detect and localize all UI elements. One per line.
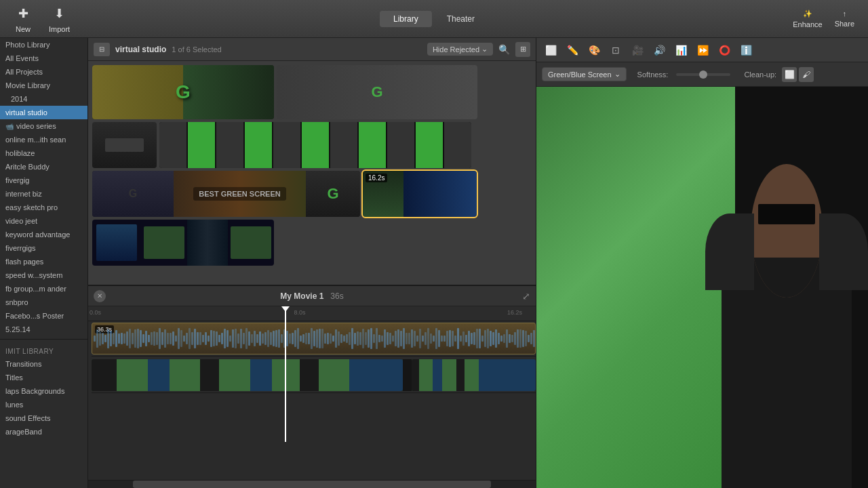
clip-thumb-1[interactable]: G [92, 65, 274, 119]
sidebar-item-easy-sketch[interactable]: easy sketch pro [0, 201, 87, 214]
browser-bar: ⊟ virtual studio 1 of 6 Selected Hide Re… [88, 38, 536, 61]
sidebar-item-transitions[interactable]: Transitions [0, 357, 87, 371]
ruler-mark-mid: 8.0s [294, 309, 306, 316]
timeline-expand-button[interactable]: ⤢ [522, 291, 530, 302]
person-glasses [758, 204, 815, 224]
sidebar-item-virtual-studio[interactable]: virtual studio [0, 106, 87, 119]
best-green-label: BEST GREEN SCREEN [193, 187, 285, 201]
preview-person [705, 107, 868, 488]
softness-thumb [699, 70, 707, 79]
sidebar-divider [0, 339, 87, 340]
sidebar-item-fb-group[interactable]: fb group...m ander [0, 282, 87, 296]
effect-speed-icon[interactable]: ⏩ [694, 41, 711, 59]
clip-thumb-row3-right[interactable]: 16.2s [363, 171, 477, 217]
clip-green-1: G [92, 65, 274, 119]
browser-title: virtual studio [115, 45, 166, 54]
timeline-duration: 36s [330, 291, 343, 301]
sidebar-item-maps-backgrounds[interactable]: laps Backgrounds [0, 384, 87, 398]
sidebar-item-speed-w[interactable]: speed w...system [0, 268, 87, 282]
softness-slider[interactable] [676, 73, 730, 76]
share-button[interactable]: ↑ Share [835, 9, 854, 28]
top-toolbar: ✚ New ⬇ Import Library Theater ✨ Enhance… [0, 0, 868, 38]
timeline-scrollbar[interactable] [88, 480, 536, 488]
sidebar-item-fivergig[interactable]: fivergig [0, 174, 87, 187]
ruler-mark-end: 16.2s [507, 309, 522, 316]
share-icon: ↑ [843, 9, 847, 18]
clip-thumb-3[interactable] [92, 122, 157, 168]
right-panel: ⬜ ✏️ 🎨 ⊡ 🎥 🔊 📊 ⏩ ⭕ ℹ️ Green/Blue Screen … [536, 38, 868, 488]
timeline-close-button[interactable]: ✕ [94, 290, 106, 302]
cleanup-btn-1[interactable]: ⬜ [782, 67, 797, 82]
clip-thumb-row4[interactable] [92, 220, 274, 266]
sidebar-item-holiblaze[interactable]: holiblaze [0, 146, 87, 160]
effect-transform-icon[interactable]: ⊡ [607, 41, 625, 59]
browser-subtitle: 1 of 6 Selected [172, 45, 221, 54]
sidebar-item-snbpro[interactable]: snbpro [0, 296, 87, 309]
effect-info-icon[interactable]: ℹ️ [737, 41, 755, 59]
sidebar: Photo Library All Events All Projects Mo… [0, 38, 88, 488]
keying-controls-bar: Green/Blue Screen ⌄ Softness: Clean-up: … [536, 62, 868, 87]
toolbar-center-tabs: Library Theater [380, 11, 488, 27]
timeline-scrollbar-thumb[interactable] [133, 481, 491, 488]
clip-thumb-2[interactable]: G [277, 65, 477, 119]
playhead[interactable] [285, 306, 286, 442]
sidebar-item-garageband[interactable]: arageBand [0, 425, 87, 439]
main-video-clip[interactable]: 36.3s [92, 323, 536, 354]
new-button[interactable]: ✚ New [14, 4, 33, 33]
sidebar-item-facebook-poster[interactable]: Facebo...s Poster [0, 309, 87, 323]
keying-dropdown[interactable]: Green/Blue Screen ⌄ [542, 67, 627, 81]
effect-color-icon[interactable]: 🎨 [585, 41, 603, 59]
sidebar-item-fiverrgigs[interactable]: fiverrgigs [0, 241, 87, 255]
timeline-ruler: 0.0s 8.0s 16.2s [88, 306, 536, 321]
sidebar-item-sound-effects[interactable]: sound Effects [0, 411, 87, 425]
clip-row-2 [92, 122, 532, 168]
sidebar-item-titles[interactable]: Titles [0, 371, 87, 384]
sidebar-item-movie-library[interactable]: Movie Library [0, 79, 87, 92]
clip-row-3: G BEST GREEN SCREEN G 16.2s [92, 171, 532, 217]
sidebar-item-online-m[interactable]: online m...ith sean [0, 133, 87, 146]
sidebar-item-video-series[interactable]: 📹 video series [0, 119, 87, 133]
clip-thumb-multi[interactable] [159, 122, 471, 168]
import-button[interactable]: ⬇ Import [49, 4, 70, 33]
toolbar-left: ✚ New ⬇ Import [14, 4, 70, 33]
effect-chart-icon[interactable]: 📊 [672, 41, 690, 59]
clip-row-4 [92, 220, 532, 266]
clip-thumb-row3-left[interactable]: G BEST GREEN SCREEN G [92, 171, 360, 217]
effect-circle-icon[interactable]: ⭕ [715, 41, 733, 59]
sidebar-item-all-events[interactable]: All Events [0, 52, 87, 65]
effect-crop-icon[interactable]: ⬜ [542, 41, 559, 59]
theater-tab[interactable]: Theater [433, 11, 488, 27]
keying-dropdown-arrow: ⌄ [614, 70, 620, 79]
hide-rejected-chevron: ⌄ [481, 45, 488, 54]
library-tab[interactable]: Library [380, 11, 432, 27]
sidebar-item-keyword-advantage[interactable]: keyword advantage [0, 228, 87, 241]
cleanup-btn-2[interactable]: 🖌 [799, 67, 814, 82]
grid-view-button[interactable]: ⊞ [515, 42, 530, 57]
sidebar-item-5-25-14[interactable]: 5.25.14 [0, 323, 87, 336]
browser-toggle-btn[interactable]: ⊟ [94, 43, 110, 56]
sidebar-item-itunes[interactable]: lunes [0, 398, 87, 411]
sidebar-item-2014[interactable]: 2014 [0, 92, 87, 106]
search-button[interactable]: 🔍 [498, 44, 510, 55]
sidebar-item-video-jeet[interactable]: video jeet [0, 214, 87, 228]
hide-rejected-label: Hide Rejected [433, 45, 479, 54]
sidebar-item-article-buddy[interactable]: Aritcle Buddy [0, 160, 87, 174]
sidebar-item-all-projects[interactable]: All Projects [0, 65, 87, 79]
clip-row-1: G G [92, 65, 532, 119]
row2-spacer [474, 122, 479, 168]
sidebar-item-flash-pages[interactable]: flash pages [0, 255, 87, 268]
enhance-button[interactable]: ✨ Enhance [793, 9, 822, 28]
green-track-right[interactable] [412, 359, 536, 391]
main-video-track: 36.3s [92, 321, 536, 357]
hide-rejected-button[interactable]: Hide Rejected ⌄ [427, 43, 493, 56]
effect-brush-icon[interactable]: ✏️ [564, 41, 581, 59]
preview-container [536, 87, 868, 488]
person-shoulder-left [705, 214, 754, 289]
effect-audio-icon[interactable]: 🔊 [650, 41, 668, 59]
green-track-left[interactable] [92, 359, 403, 391]
effect-camera-icon[interactable]: 🎥 [629, 41, 646, 59]
sidebar-item-internet-biz[interactable]: internet biz [0, 187, 87, 201]
timeline-tracks: 36.3s [88, 321, 536, 480]
sidebar-item-photo-library[interactable]: Photo Library [0, 38, 87, 52]
sidebar-top-section: Photo Library All Events All Projects Mo… [0, 38, 87, 336]
